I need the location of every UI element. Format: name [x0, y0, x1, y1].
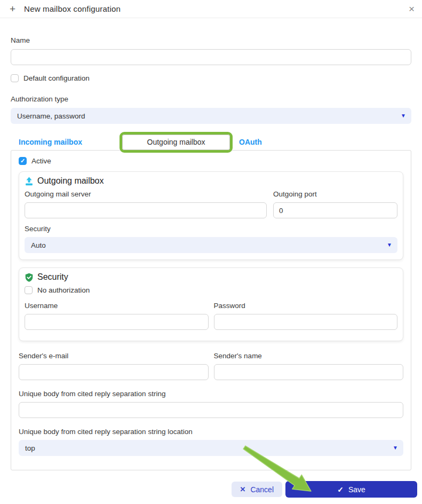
cancel-button-label: Cancel: [250, 485, 274, 494]
tab-incoming-mailbox[interactable]: Incoming mailbox: [19, 138, 82, 146]
outgoing-mail-server-input[interactable]: [25, 202, 267, 218]
dialog-footer: ✕ Cancel ✓ Save: [232, 481, 418, 498]
cancel-button[interactable]: ✕ Cancel: [232, 482, 283, 497]
mailbox-tabs: Incoming mailbox Outgoing mailbox OAuth: [11, 131, 411, 153]
upload-icon: [25, 177, 34, 186]
security-card: Security No authorization Username Passw…: [19, 267, 403, 341]
tab-oauth[interactable]: OAuth: [239, 138, 262, 146]
username-input[interactable]: [25, 314, 209, 330]
shield-icon: [25, 273, 34, 282]
separation-location-label: Unique body from cited reply separation …: [19, 428, 403, 436]
tab-outgoing-mailbox[interactable]: Outgoing mailbox: [122, 135, 230, 150]
outgoing-tab-panel: ✓ Active Outgoing mailbox Outgoing mail …: [11, 150, 411, 470]
cancel-x-icon: ✕: [240, 485, 246, 493]
no-authorization-checkbox[interactable]: [25, 286, 33, 294]
authorization-type-label: Authorization type: [11, 95, 411, 103]
default-configuration-label: Default configuration: [23, 74, 90, 82]
chevron-down-icon: ▼: [387, 242, 392, 248]
authorization-type-select[interactable]: Username, password ▼: [11, 108, 411, 124]
username-label: Username: [25, 302, 209, 310]
name-input[interactable]: [11, 49, 411, 65]
sender-name-input[interactable]: [214, 364, 404, 380]
outgoing-mailbox-card: Outgoing mailbox Outgoing mail server Ou…: [19, 171, 403, 260]
save-button-label: Save: [348, 485, 365, 494]
security-select-label: Security: [25, 225, 397, 233]
security-select-value: Auto: [31, 241, 46, 249]
security-card-title: Security: [37, 272, 68, 282]
chevron-down-icon: ▼: [393, 445, 398, 451]
separation-string-label: Unique body from cited reply separation …: [19, 390, 403, 398]
new-mailbox-dialog: + New mailbox configuration × Name Defau…: [0, 0, 422, 504]
dialog-header: + New mailbox configuration ×: [0, 0, 422, 18]
active-checkbox[interactable]: ✓: [19, 157, 27, 165]
outgoing-port-label: Outgoing port: [273, 190, 397, 198]
save-check-icon: ✓: [337, 485, 344, 494]
active-label: Active: [31, 157, 51, 165]
password-input[interactable]: [214, 314, 398, 330]
no-authorization-label: No authorization: [37, 286, 90, 294]
sender-name-label: Sender's name: [214, 352, 404, 360]
dialog-title: New mailbox configuration: [24, 4, 121, 13]
close-icon[interactable]: ×: [409, 4, 415, 14]
separation-location-select[interactable]: top ▼: [19, 440, 403, 456]
sender-email-label: Sender's e-mail: [19, 352, 209, 360]
active-row[interactable]: ✓ Active: [19, 157, 403, 165]
sender-email-input[interactable]: [19, 364, 209, 380]
separation-location-value: top: [25, 444, 35, 452]
authorization-type-value: Username, password: [17, 112, 85, 120]
plus-icon: +: [10, 4, 15, 14]
outgoing-card-title: Outgoing mailbox: [37, 176, 104, 186]
chevron-down-icon: ▼: [401, 113, 406, 119]
outgoing-port-input[interactable]: [273, 202, 397, 218]
password-label: Password: [214, 302, 398, 310]
no-authorization-row[interactable]: No authorization: [25, 286, 397, 294]
name-label: Name: [11, 36, 411, 44]
security-select[interactable]: Auto ▼: [25, 237, 397, 253]
separation-string-input[interactable]: [19, 402, 403, 418]
default-configuration-checkbox[interactable]: [11, 74, 19, 82]
annotation-highlight-box: Outgoing mailbox: [120, 132, 233, 153]
save-button[interactable]: ✓ Save: [285, 481, 417, 498]
default-configuration-row[interactable]: Default configuration: [11, 74, 411, 82]
outgoing-mail-server-label: Outgoing mail server: [25, 190, 267, 198]
